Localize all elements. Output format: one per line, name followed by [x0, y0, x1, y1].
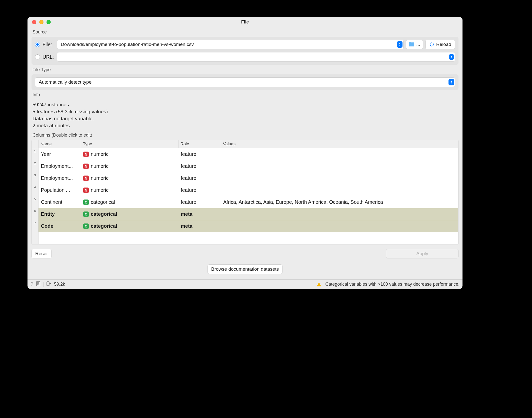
file-radio-label: File:	[42, 42, 54, 47]
row-number: 1	[32, 148, 38, 160]
col-header-name[interactable]: Name	[38, 140, 81, 148]
cell-role[interactable]: feature	[178, 160, 221, 172]
status-divider	[43, 282, 44, 287]
reload-label: Reload	[436, 42, 451, 47]
filetype-section-label: File Type	[32, 65, 458, 74]
cell-name[interactable]: Population ...	[38, 184, 81, 196]
col-header-type[interactable]: Type	[81, 140, 178, 148]
row-number: 6	[32, 208, 38, 220]
info-line: 5 features (58.3% missing values)	[32, 108, 458, 115]
titlebar: File	[28, 17, 462, 27]
cell-values[interactable]	[221, 220, 458, 232]
apply-label: Apply	[416, 251, 428, 256]
info-text: 59247 instances 5 features (58.3% missin…	[32, 100, 458, 130]
reset-label: Reset	[35, 251, 48, 256]
cell-values[interactable]	[221, 172, 458, 184]
url-radio[interactable]	[35, 54, 40, 59]
warning-icon	[317, 282, 321, 286]
source-box: File: Downloads/employment-to-population…	[32, 37, 458, 65]
file-row: File: Downloads/employment-to-population…	[35, 40, 455, 49]
reset-button[interactable]: Reset	[32, 249, 52, 258]
cell-name[interactable]: Employment...	[38, 160, 81, 172]
reload-button[interactable]: Reload	[426, 40, 455, 49]
file-widget-window: File Source File: Downloads/employment-t…	[28, 17, 462, 289]
cell-type[interactable]: Ccategorical	[81, 196, 178, 208]
cell-role[interactable]: feature	[178, 148, 221, 160]
columns-table: Name Type Role Values 1YearNnumericfeatu…	[32, 140, 458, 244]
cell-values[interactable]	[221, 160, 458, 172]
browse-docs-label: Browse documentation datasets	[211, 266, 279, 272]
url-combo[interactable]: ▼	[57, 52, 455, 62]
cell-type[interactable]: Nnumeric	[81, 160, 178, 172]
browse-docs-button[interactable]: Browse documentation datasets	[208, 264, 282, 274]
file-path-combo[interactable]: Downloads/employment-to-population-ratio…	[57, 40, 404, 49]
info-section-label: Info	[32, 90, 458, 100]
row-number: 2	[32, 160, 38, 172]
cell-role[interactable]: meta	[178, 220, 221, 232]
columns-header-row: Name Type Role Values	[32, 140, 458, 148]
url-radio-label: URL:	[42, 54, 54, 60]
filetype-box: Automatically detect type ▲▼	[32, 74, 458, 90]
type-badge-icon: N	[83, 188, 89, 193]
combo-stepper-icon[interactable]: ▲▼	[448, 79, 454, 85]
info-line: 59247 instances	[32, 101, 458, 108]
combo-dropdown-icon[interactable]: ▼	[449, 54, 454, 60]
col-header-values[interactable]: Values	[221, 140, 458, 148]
file-path-text: Downloads/employment-to-population-ratio…	[61, 42, 194, 47]
table-row[interactable]: 7CodeCcategoricalmeta	[32, 220, 458, 232]
table-row[interactable]: 4Population ...Nnumericfeature	[32, 184, 458, 196]
type-badge-icon: N	[83, 164, 89, 169]
type-badge-icon: N	[83, 176, 89, 181]
cell-type[interactable]: Nnumeric	[81, 184, 178, 196]
cell-name[interactable]: Code	[38, 220, 81, 232]
file-radio[interactable]	[35, 42, 40, 47]
table-row[interactable]: 5ContinentCcategoricalfeatureAfrica, Ant…	[32, 196, 458, 208]
info-line: Data has no target variable.	[32, 115, 458, 122]
cell-role[interactable]: feature	[178, 196, 221, 208]
reload-icon	[429, 42, 434, 47]
cell-values[interactable]	[221, 208, 458, 220]
browse-label: ...	[416, 42, 420, 47]
cell-values[interactable]	[221, 148, 458, 160]
cell-role[interactable]: meta	[178, 208, 221, 220]
cell-role[interactable]: feature	[178, 172, 221, 184]
help-icon[interactable]: ?	[30, 281, 33, 287]
output-icon	[46, 281, 51, 287]
combo-stepper-icon[interactable]: ▲▼	[397, 41, 402, 48]
type-badge-icon: N	[83, 152, 89, 157]
buttons-row: Reset Apply	[32, 249, 458, 258]
warning-text: Categorical variables with >100 values m…	[325, 282, 460, 287]
cell-name[interactable]: Year	[38, 148, 81, 160]
content-area: Source File: Downloads/employment-to-pop…	[28, 27, 462, 279]
status-bar: ? 59.2k Categorical variables with >100 …	[28, 279, 462, 289]
cell-values[interactable]: Africa, Antarctica, Asia, Europe, North …	[221, 196, 458, 208]
cell-role[interactable]: feature	[178, 184, 221, 196]
table-row-empty	[32, 232, 458, 244]
cell-type[interactable]: Nnumeric	[81, 148, 178, 160]
apply-button: Apply	[386, 249, 458, 258]
type-badge-icon: C	[83, 211, 89, 217]
window-title: File	[28, 19, 462, 25]
table-row[interactable]: 3Employment...Nnumericfeature	[32, 172, 458, 184]
type-badge-icon: C	[83, 223, 89, 229]
filetype-value: Automatically detect type	[39, 79, 92, 85]
table-row[interactable]: 6EntityCcategoricalmeta	[32, 208, 458, 220]
cell-type[interactable]: Nnumeric	[81, 172, 178, 184]
row-number: 7	[32, 220, 38, 232]
output-count: 59.2k	[54, 282, 65, 287]
cell-type[interactable]: Ccategorical	[81, 220, 178, 232]
table-row[interactable]: 2Employment...Nnumericfeature	[32, 160, 458, 172]
cell-values[interactable]	[221, 184, 458, 196]
cell-name[interactable]: Continent	[38, 196, 81, 208]
table-row[interactable]: 1YearNnumericfeature	[32, 148, 458, 160]
browse-button[interactable]: ...	[406, 40, 423, 49]
cell-name[interactable]: Entity	[38, 208, 81, 220]
cell-name[interactable]: Employment...	[38, 172, 81, 184]
row-number: 4	[32, 184, 38, 196]
report-icon[interactable]	[36, 281, 40, 287]
col-header-role[interactable]: Role	[178, 140, 221, 148]
cell-type[interactable]: Ccategorical	[81, 208, 178, 220]
url-row: URL: ▼	[35, 52, 455, 62]
filetype-combo[interactable]: Automatically detect type ▲▼	[35, 77, 455, 87]
row-number: 5	[32, 196, 38, 208]
